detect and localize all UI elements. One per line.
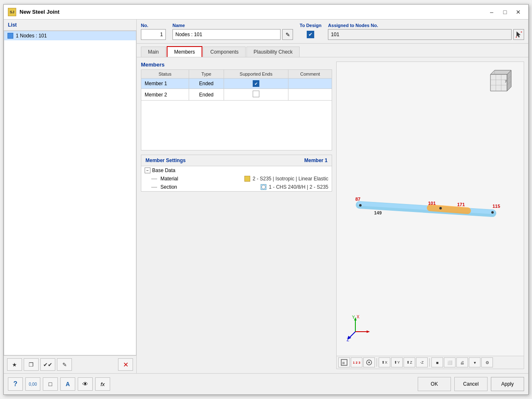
to-design-checkbox[interactable]: ✔ xyxy=(307,31,314,38)
add-button[interactable]: ★ xyxy=(7,358,22,371)
view-btn-dropdown[interactable]: ▾ xyxy=(469,357,480,367)
section-value-row: 1 - CHS 240/8/H | 2 - S235 xyxy=(261,184,328,190)
edit-button[interactable]: ✎ xyxy=(57,358,72,371)
title-bar-left: SJ New Steel Joint xyxy=(8,8,59,16)
view-btn-layer2[interactable]: ⬜ xyxy=(444,357,456,367)
svg-line-16 xyxy=(430,208,468,211)
svg-point-37 xyxy=(368,362,370,363)
view-btn-y[interactable]: ⬆Y xyxy=(391,357,403,367)
material-label: Material xyxy=(160,176,243,182)
display-button[interactable]: □ xyxy=(43,377,58,391)
right-panel: No. Name ✎ To Design ✔ Assigned to Nodes… xyxy=(137,20,528,373)
tabs-row: Main Members Components Plausibility Che… xyxy=(137,44,528,57)
text-button[interactable]: A xyxy=(60,377,75,391)
assigned-input-row xyxy=(328,29,524,40)
assigned-input[interactable] xyxy=(328,29,512,40)
svg-text:171: 171 xyxy=(457,202,465,207)
no-input[interactable] xyxy=(141,29,166,40)
list-header: List xyxy=(4,20,136,31)
maximize-button[interactable]: □ xyxy=(499,7,511,17)
member-settings-header: Member Settings Member 1 xyxy=(141,155,332,166)
apply-button[interactable]: Apply xyxy=(491,377,524,391)
content-area: Members Status Type Supported Ends Comme… xyxy=(137,57,528,373)
view-panel: y 87 149 xyxy=(336,62,524,369)
svg-marker-28 xyxy=(367,330,370,333)
bottom-bar: ? 0,00 □ A 👁 fx OK Cancel Apply xyxy=(4,373,528,394)
svg-text:Y: Y xyxy=(352,315,355,320)
material-row[interactable]: Material 2 - S235 | Isotropic | Linear E… xyxy=(141,175,332,183)
section-row[interactable]: Section 1 - CHS 240/8/H | 2 - S235 xyxy=(141,183,332,191)
check-button[interactable]: ✔✔ xyxy=(40,358,55,371)
table-row[interactable]: Member 1 Ended ✔ xyxy=(141,79,332,89)
section-value: 1 - CHS 240/8/H | 2 - S235 xyxy=(269,184,328,190)
select-nodes-button[interactable] xyxy=(513,29,524,40)
view-btn-zoom[interactable]: ⊞ xyxy=(338,357,350,367)
circle-icon xyxy=(261,185,266,189)
delete-button[interactable]: ✕ xyxy=(118,358,133,371)
section-label: Section xyxy=(160,184,259,190)
left-panel: List 1 Nodes : 101 ★ ❐ ✔✔ ✎ ✕ xyxy=(4,20,137,373)
table-row[interactable]: Member 2 Ended xyxy=(141,89,332,101)
col-type: Type xyxy=(189,70,224,79)
members-panel: Members Status Type Supported Ends Comme… xyxy=(137,57,336,373)
supported-checkbox-1[interactable]: ✔ xyxy=(253,80,259,87)
list-item[interactable]: 1 Nodes : 101 xyxy=(4,31,136,40)
view-btn-z-up[interactable]: ⬆Z xyxy=(404,357,415,367)
view-btn-x[interactable]: ⬆X xyxy=(379,357,390,367)
view-btn-print[interactable]: 🖨 xyxy=(456,357,468,367)
member-settings-active: Member 1 xyxy=(304,158,328,163)
name-input[interactable] xyxy=(172,29,281,40)
eye-button[interactable]: 👁 xyxy=(78,377,93,391)
fields-row: No. Name ✎ To Design ✔ Assigned to Nodes… xyxy=(137,20,528,44)
material-value-row: 2 - S235 | Isotropic | Linear Elastic xyxy=(244,176,328,182)
list-item-color xyxy=(7,33,13,39)
tree-connector xyxy=(151,179,157,179)
assigned-label: Assigned to Nodes No. xyxy=(328,23,524,28)
name-field-group: Name ✎ xyxy=(172,23,293,40)
svg-text:y: y xyxy=(505,79,507,83)
supported-checkbox-2[interactable] xyxy=(253,91,259,97)
edit-name-button[interactable]: ✎ xyxy=(282,29,293,40)
base-data-label: Base Data xyxy=(152,167,175,173)
ok-button[interactable]: OK xyxy=(418,377,451,391)
expand-icon[interactable]: − xyxy=(145,167,150,173)
base-data-row[interactable]: − Base Data xyxy=(141,166,332,175)
member1-type: Ended xyxy=(189,79,224,89)
member1-name: Member 1 xyxy=(141,79,189,89)
members-section: Members Status Type Supported Ends Comme… xyxy=(141,62,332,150)
svg-text:⊞: ⊞ xyxy=(342,361,345,365)
col-comment: Comment xyxy=(288,70,332,79)
tree-connector-2 xyxy=(151,187,157,187)
no-field-group: No. xyxy=(141,23,166,40)
to-design-label: To Design xyxy=(300,23,321,28)
view-btn-z-down[interactable]: -Z xyxy=(416,357,428,367)
name-label: Name xyxy=(172,23,293,28)
svg-text:101: 101 xyxy=(428,201,436,206)
svg-text:87: 87 xyxy=(355,197,360,202)
copy-button[interactable]: ❐ xyxy=(24,358,39,371)
view-btn-display[interactable] xyxy=(363,357,375,367)
window-title: New Steel Joint xyxy=(20,9,59,15)
assigned-group: Assigned to Nodes No. xyxy=(328,23,524,40)
tab-members[interactable]: Members xyxy=(167,46,202,57)
members-section-header: Members xyxy=(141,62,332,68)
close-button[interactable]: ✕ xyxy=(512,7,524,17)
view-btn-layer1[interactable]: ■ xyxy=(431,357,443,367)
formula-button[interactable]: fx xyxy=(95,377,110,391)
tab-components[interactable]: Components xyxy=(203,47,246,57)
numeric-button[interactable]: 0,00 xyxy=(25,377,40,391)
view-separator-2 xyxy=(429,358,430,367)
cursor-icon xyxy=(515,31,522,38)
view-btn-numbers[interactable]: 1 2 3 xyxy=(351,357,362,367)
tab-plausibility[interactable]: Plausibility Check xyxy=(246,47,300,57)
minimize-button[interactable]: – xyxy=(486,7,498,17)
svg-point-22 xyxy=(359,204,362,207)
title-bar: SJ New Steel Joint – □ ✕ xyxy=(4,5,528,20)
view-toolbar: ⊞ 1 2 3 ⬆X ⬆Y ⬆Z -Z ■ ⬜ xyxy=(337,356,524,369)
help-button[interactable]: ? xyxy=(8,377,23,391)
tab-main[interactable]: Main xyxy=(141,47,166,57)
axis-indicator: X Y Z xyxy=(345,313,374,343)
view-btn-settings[interactable]: ⚙ xyxy=(481,357,493,367)
svg-point-23 xyxy=(439,207,442,209)
cancel-button[interactable]: Cancel xyxy=(454,377,488,391)
